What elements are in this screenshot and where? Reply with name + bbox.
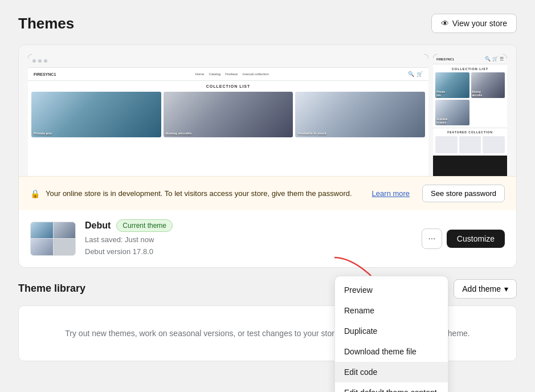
thumb-cell-4	[54, 239, 76, 255]
grid-label-stock: Available in stock	[297, 132, 326, 135]
mobile-featured-1	[435, 136, 458, 153]
dropdown-item-rename[interactable]: Rename	[335, 300, 448, 321]
mobile-content: COLLECTION LIST Privatejets Boeingaircra…	[433, 64, 507, 156]
mobile-status-bar: FIRESYNC1 🔍 🛒 ☰	[433, 54, 507, 64]
mobile-grid: Privatejets Boeingaircrafts Availablein …	[433, 72, 507, 128]
nav-home: Home	[195, 72, 204, 76]
desktop-nav: FIRESYNC1 Home Catalog Firebear manual c…	[28, 68, 428, 81]
chevron-down-icon: ▾	[504, 284, 508, 293]
browser-bar	[28, 54, 428, 68]
mobile-label-boeing: Boeingaircrafts	[472, 91, 483, 97]
page-title: Themes	[18, 15, 74, 32]
mobile-collection-title: COLLECTION LIST	[433, 64, 507, 72]
cart-icon: 🛒	[416, 71, 423, 77]
thumb-cell-3	[31, 239, 53, 255]
grid-bg-boeing: Boeing aircrafts	[164, 92, 293, 137]
theme-name: Debut	[85, 220, 111, 231]
mobile-featured-2	[459, 136, 481, 153]
password-notice: 🔒 Your online store is in development. T…	[19, 176, 516, 210]
view-store-button[interactable]: 👁 View your store	[431, 14, 517, 33]
mobile-label-jets: Privatejets	[436, 91, 445, 97]
grid-bg-jets: Private jets	[31, 92, 161, 137]
learn-more-link[interactable]: Learn more	[372, 189, 410, 198]
desktop-nav-links: Home Catalog Firebear manual collection	[195, 72, 268, 76]
mobile-featured-title: FEATURED COLLECTION	[433, 128, 507, 136]
theme-preview-card: FIRESYNC1 Home Catalog Firebear manual c…	[18, 44, 517, 268]
theme-version: Debut version 17.8.0	[85, 246, 413, 258]
thumb-cell-2	[54, 222, 76, 239]
grid-item-boeing: Boeing aircrafts	[164, 92, 293, 137]
browser-dot-3	[44, 59, 47, 63]
mobile-grid-boeing: Boeingaircrafts	[471, 72, 505, 98]
dropdown-item-preview[interactable]: Preview	[335, 280, 448, 300]
theme-library-title: Theme library	[18, 283, 85, 295]
preview-images: FIRESYNC1 Home Catalog Firebear manual c…	[19, 45, 516, 176]
desktop-content: FIRESYNC1 Home Catalog Firebear manual c…	[28, 68, 428, 176]
grid-label-boeing: Boeing aircrafts	[166, 132, 192, 135]
nav-collection: manual collection	[242, 72, 268, 76]
eye-icon: 👁	[441, 19, 449, 28]
desktop-preview: FIRESYNC1 Home Catalog Firebear manual c…	[28, 54, 428, 176]
grid-item-jets: Private jets	[31, 92, 161, 137]
nav-firebear: Firebear	[225, 72, 238, 76]
mobile-grid-stock: Availablein stock	[435, 100, 469, 125]
mobile-icons: 🔍 🛒 ☰	[485, 56, 504, 62]
mobile-label-stock: Availablein stock	[436, 118, 448, 124]
search-icon: 🔍	[408, 71, 414, 77]
dropdown-menu: Preview Rename Duplicate Download theme …	[334, 276, 448, 392]
mobile-grid-jets: Privatejets	[435, 72, 469, 98]
current-theme-badge: Current theme	[116, 219, 173, 232]
grid-bg-stock: Available in stock	[295, 92, 425, 137]
desktop-grid: Private jets Boeing aircrafts Available …	[28, 92, 428, 137]
add-theme-label: Add theme	[462, 284, 501, 293]
ellipsis-icon: ···	[428, 234, 435, 244]
desktop-nav-icons: 🔍 🛒	[408, 71, 423, 77]
dropdown-item-edit-code[interactable]: Edit code	[335, 362, 448, 382]
theme-thumbnail	[30, 222, 76, 256]
grid-label-jets: Private jets	[34, 132, 52, 135]
desktop-collection-title: COLLECTION LIST	[28, 81, 428, 92]
dropdown-item-duplicate[interactable]: Duplicate	[335, 321, 448, 341]
theme-last-saved: Last saved: Just now	[85, 234, 413, 246]
grid-item-stock: Available in stock	[295, 92, 425, 137]
nav-catalog: Catalog	[209, 72, 220, 76]
mobile-featured-3	[483, 136, 505, 153]
browser-dot-2	[38, 59, 42, 63]
desktop-brand: FIRESYNC1	[34, 72, 56, 76]
browser-dot-1	[32, 59, 36, 63]
add-theme-button[interactable]: Add theme ▾	[454, 279, 517, 299]
mobile-brand: FIRESYNC1	[436, 58, 454, 61]
theme-actions: ··· Customize	[422, 228, 505, 249]
dropdown-item-edit-default[interactable]: Edit default theme content	[335, 382, 448, 392]
dropdown-item-download[interactable]: Download theme file	[335, 341, 448, 362]
theme-name-row: Debut Current theme	[85, 219, 413, 232]
theme-details: Debut Current theme Last saved: Just now…	[85, 219, 413, 258]
see-store-password-button[interactable]: See store password	[422, 185, 505, 202]
page-header: Themes 👁 View your store	[18, 14, 517, 33]
lock-icon: 🔒	[30, 189, 40, 198]
mobile-featured-row	[433, 136, 507, 156]
mobile-preview: FIRESYNC1 🔍 🛒 ☰ COLLECTION LIST Privatej…	[433, 54, 507, 176]
thumb-cell-1	[31, 222, 53, 239]
mobile-menu-icon: ☰	[500, 56, 504, 62]
theme-info-row: Debut Current theme Last saved: Just now…	[19, 210, 516, 267]
mobile-cart-icon: 🛒	[492, 56, 498, 62]
more-options-button[interactable]: ···	[422, 228, 442, 249]
customize-button[interactable]: Customize	[447, 230, 505, 248]
notice-text: Your online store is in development. To …	[46, 189, 366, 198]
mobile-search-icon: 🔍	[485, 56, 491, 62]
view-store-label: View your store	[452, 19, 507, 28]
